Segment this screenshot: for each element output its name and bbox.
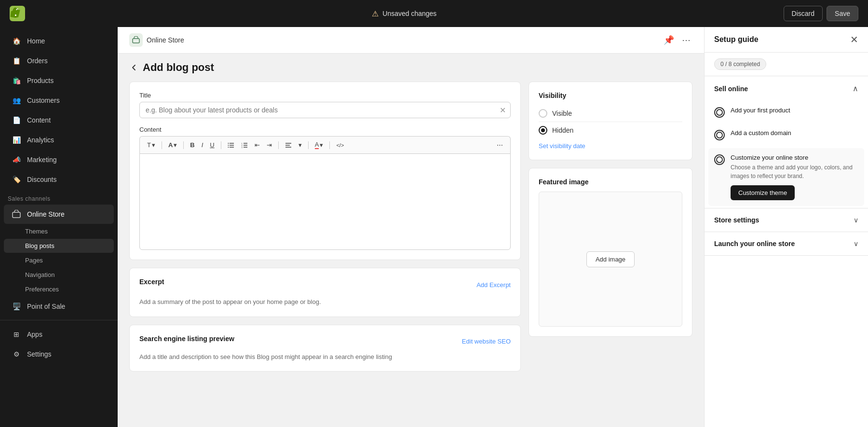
store-settings-chevron: ∨ bbox=[854, 216, 858, 224]
sidebar-item-analytics[interactable]: 📊 Analytics bbox=[4, 130, 114, 150]
toolbar-font[interactable]: A ▾ bbox=[166, 140, 179, 150]
title-card: Title ✕ Content T ▾ A ▾ bbox=[129, 82, 521, 260]
save-button[interactable]: Save bbox=[827, 6, 858, 21]
sidebar-sub-navigation[interactable]: Navigation bbox=[4, 268, 114, 282]
visibility-option-hidden[interactable]: Hidden bbox=[539, 122, 682, 138]
toolbar-text-format[interactable]: T ▾ bbox=[145, 140, 158, 150]
toolbar-sep-3 bbox=[221, 141, 221, 149]
toolbar-align-dropdown[interactable]: ▾ bbox=[296, 140, 304, 150]
sidebar-sub-pages[interactable]: Pages bbox=[4, 253, 114, 267]
launch-store-section: Launch your online store ∨ bbox=[705, 232, 868, 256]
store-icon bbox=[129, 33, 143, 47]
visible-radio[interactable] bbox=[539, 109, 547, 118]
sidebar-item-apps[interactable]: ⊞ Apps bbox=[4, 325, 114, 344]
toolbar-indent[interactable]: ⇤ bbox=[252, 140, 262, 150]
svg-point-6 bbox=[228, 143, 229, 144]
sidebar-sub-preferences[interactable]: Preferences bbox=[4, 282, 114, 296]
pin-button[interactable]: 📌 bbox=[662, 33, 676, 47]
marketing-icon: 📣 bbox=[12, 155, 21, 165]
sidebar-item-discounts[interactable]: 🏷️ Discounts bbox=[4, 170, 114, 189]
sell-online-chevron: ∧ bbox=[853, 84, 858, 93]
sidebar-item-label-orders: Orders bbox=[27, 57, 48, 65]
toolbar-italic[interactable]: I bbox=[199, 140, 206, 150]
sidebar-sub-themes[interactable]: Themes bbox=[4, 224, 114, 238]
store-name: Online Store bbox=[147, 36, 184, 44]
sidebar-nav: 🏠 Home 📋 Orders 🛍️ Products 👥 Customers … bbox=[0, 27, 118, 427]
sidebar-item-settings[interactable]: ⚙ Settings bbox=[4, 344, 114, 364]
sidebar-sub-blog-posts[interactable]: Blog posts bbox=[4, 239, 114, 253]
featured-image-title: Featured image bbox=[539, 178, 682, 186]
sidebar-sub-label-blog-posts: Blog posts bbox=[25, 242, 54, 249]
toolbar-code[interactable]: </> bbox=[334, 141, 346, 150]
sidebar: 🏠 Home 📋 Orders 🛍️ Products 👥 Customers … bbox=[0, 27, 118, 427]
back-button[interactable] bbox=[129, 63, 139, 72]
toolbar-outdent[interactable]: ⇥ bbox=[264, 140, 274, 150]
store-settings-section: Store settings ∨ bbox=[705, 208, 868, 232]
sidebar-item-orders[interactable]: 📋 Orders bbox=[4, 51, 114, 70]
breadcrumb: Add blog post bbox=[118, 54, 704, 78]
seo-text: Add a title and description to see how t… bbox=[139, 352, 511, 362]
hidden-radio[interactable] bbox=[539, 126, 547, 135]
topbar-actions: Discard Save bbox=[784, 6, 858, 21]
toolbar-align[interactable] bbox=[283, 140, 294, 150]
hidden-label: Hidden bbox=[552, 126, 573, 134]
setup-item-customize-store: Customize your online store Choose a the… bbox=[708, 148, 864, 206]
svg-text:3: 3 bbox=[241, 146, 243, 148]
title-clear-icon[interactable]: ✕ bbox=[500, 106, 506, 115]
toolbar-list-ol[interactable]: 123 bbox=[239, 140, 250, 150]
sidebar-item-content[interactable]: 📄 Content bbox=[4, 110, 114, 130]
discard-button[interactable]: Discard bbox=[784, 6, 823, 21]
sidebar-item-label-analytics: Analytics bbox=[27, 136, 54, 144]
customize-theme-button[interactable]: Customize theme bbox=[731, 185, 795, 200]
seo-title: Search engine listing preview bbox=[139, 335, 234, 343]
setup-close-button[interactable]: ✕ bbox=[850, 35, 858, 44]
online-store-icon bbox=[12, 209, 21, 219]
sidebar-item-label-content: Content bbox=[27, 116, 51, 124]
sidebar-item-customers[interactable]: 👥 Customers bbox=[4, 91, 114, 110]
sidebar-item-online-store[interactable]: Online Store bbox=[4, 205, 114, 224]
customize-store-check bbox=[714, 154, 725, 165]
seo-header: Search engine listing preview Edit websi… bbox=[139, 335, 511, 348]
customize-store-title: Customize your online store bbox=[731, 154, 858, 161]
left-column: Title ✕ Content T ▾ A ▾ bbox=[129, 82, 521, 372]
launch-store-header[interactable]: Launch your online store ∨ bbox=[705, 232, 868, 255]
page-header-actions: 📌 ⋯ bbox=[662, 33, 692, 47]
toolbar-more[interactable]: ⋯ bbox=[494, 140, 505, 150]
title-input-wrapper: ✕ bbox=[139, 102, 511, 118]
setup-item-first-product: Add your first product bbox=[705, 101, 868, 124]
excerpt-header: Excerpt Add Excerpt bbox=[139, 278, 511, 291]
more-options-button[interactable]: ⋯ bbox=[680, 33, 692, 47]
sidebar-item-home[interactable]: 🏠 Home bbox=[4, 31, 114, 51]
edit-seo-link[interactable]: Edit website SEO bbox=[462, 338, 511, 345]
title-input[interactable] bbox=[139, 102, 511, 118]
customize-store-content: Customize your online store Choose a the… bbox=[731, 154, 858, 200]
add-excerpt-link[interactable]: Add Excerpt bbox=[476, 281, 511, 289]
customize-store-desc: Choose a theme and add your logo, colors… bbox=[731, 163, 858, 180]
add-image-button[interactable]: Add image bbox=[586, 251, 635, 267]
svg-rect-2 bbox=[133, 39, 139, 43]
alert-icon: ⚠ bbox=[372, 9, 379, 18]
toolbar-bold[interactable]: B bbox=[188, 140, 197, 150]
sidebar-item-products[interactable]: 🛍️ Products bbox=[4, 71, 114, 90]
toolbar-list-ul[interactable] bbox=[225, 140, 237, 150]
page-header: Online Store 📌 ⋯ bbox=[118, 27, 704, 54]
featured-image-card: Featured image Add image bbox=[529, 168, 692, 337]
editor-body[interactable] bbox=[139, 153, 511, 250]
sidebar-sub-label-pages: Pages bbox=[25, 257, 43, 264]
visibility-option-visible[interactable]: Visible bbox=[539, 105, 682, 122]
store-settings-header[interactable]: Store settings ∨ bbox=[705, 208, 868, 232]
setup-panel: Setup guide ✕ 0 / 8 completed Sell onlin… bbox=[704, 27, 868, 427]
sell-online-header[interactable]: Sell online ∧ bbox=[705, 76, 868, 101]
setup-item-custom-domain: Add a custom domain bbox=[705, 124, 868, 146]
visibility-title: Visibility bbox=[539, 92, 682, 99]
toolbar-font-color[interactable]: A ▾ bbox=[312, 139, 326, 151]
content-grid: Title ✕ Content T ▾ A ▾ bbox=[118, 78, 704, 383]
set-date-link[interactable]: Set visibility date bbox=[539, 142, 585, 150]
setup-progress: 0 / 8 completed bbox=[705, 53, 868, 76]
setup-title: Setup guide bbox=[714, 35, 759, 44]
sidebar-item-marketing[interactable]: 📣 Marketing bbox=[4, 150, 114, 169]
sell-online-title: Sell online bbox=[714, 85, 748, 93]
right-column: Visibility Visible Hidden Set visibility… bbox=[529, 82, 692, 372]
sidebar-item-point-of-sale[interactable]: 🖥️ Point of Sale bbox=[4, 297, 114, 316]
toolbar-underline[interactable]: U bbox=[207, 140, 217, 150]
